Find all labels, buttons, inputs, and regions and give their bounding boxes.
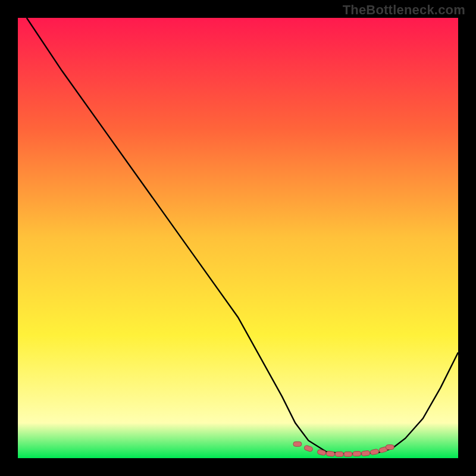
highlight-marker xyxy=(344,452,352,456)
highlight-marker xyxy=(353,451,361,456)
gradient-background xyxy=(18,18,458,458)
highlight-marker xyxy=(361,450,370,456)
highlight-marker xyxy=(386,445,394,450)
chart-svg xyxy=(18,18,458,458)
highlight-marker xyxy=(326,451,335,456)
highlight-marker xyxy=(335,452,343,456)
chart-frame: TheBottleneck.com xyxy=(0,0,476,476)
plot-area xyxy=(18,18,458,458)
highlight-marker xyxy=(293,441,302,446)
watermark-text: TheBottleneck.com xyxy=(343,2,465,18)
